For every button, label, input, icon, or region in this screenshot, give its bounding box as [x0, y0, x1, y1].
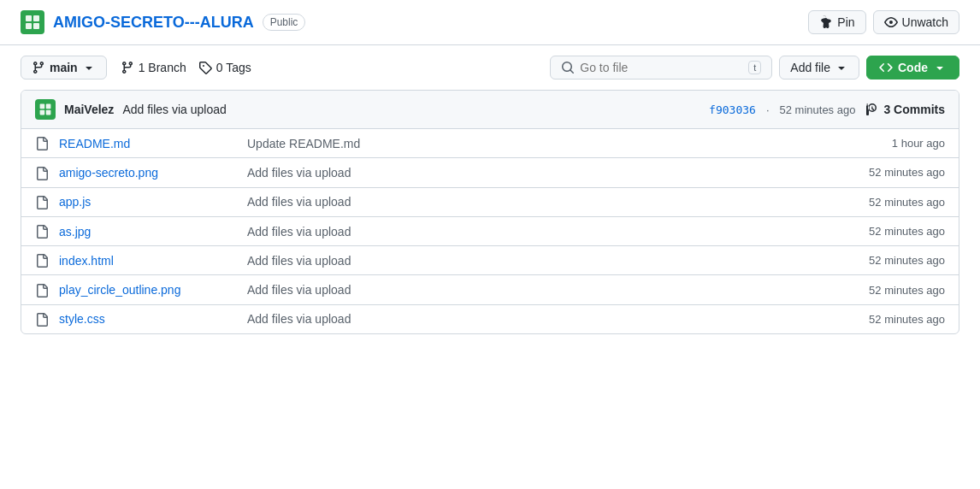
file-name[interactable]: as.jpg [59, 225, 247, 239]
file-time: 52 minutes ago [869, 254, 945, 267]
file-icon [35, 224, 52, 239]
file-commit-msg: Add files via upload [247, 166, 869, 180]
file-icon [35, 195, 52, 209]
file-icon [35, 312, 52, 327]
commits-link[interactable]: 3 Commits [865, 103, 945, 116]
tag-count-item[interactable]: 0 Tags [198, 61, 251, 74]
file-commit-msg: Add files via upload [247, 195, 869, 209]
file-name[interactable]: index.html [59, 254, 247, 268]
svg-rect-0 [26, 15, 32, 21]
file-commit-msg: Add files via upload [247, 254, 869, 268]
commit-author[interactable]: MaiVelez [64, 103, 114, 116]
file-icon [35, 253, 52, 268]
file-name[interactable]: play_circle_outline.png [59, 283, 247, 297]
file-name[interactable]: app.js [59, 195, 247, 209]
file-time: 1 hour ago [892, 137, 945, 150]
file-rows-container: README.md Update README.md 1 hour ago am… [21, 129, 959, 333]
unwatch-label: Unwatch [902, 15, 948, 29]
commit-bar-left: MaiVelez Add files via upload [35, 99, 227, 120]
file-commit-msg: Add files via upload [247, 283, 869, 297]
pin-icon [819, 15, 833, 29]
branch-name: main [50, 61, 78, 74]
table-row: play_circle_outline.png Add files via up… [21, 275, 959, 304]
commit-bar: MaiVelez Add files via upload f903036 · … [21, 91, 959, 129]
code-label: Code [898, 61, 928, 74]
commit-message: Add files via upload [122, 103, 226, 116]
header-actions: Pin Unwatch [808, 10, 959, 34]
branch-count-item[interactable]: 1 Branch [121, 61, 186, 74]
commit-avatar [35, 99, 56, 120]
chevron-down-icon [82, 61, 96, 74]
table-row: style.css Add files via upload 52 minute… [21, 305, 959, 333]
code-chevron-icon [933, 61, 947, 74]
visibility-badge: Public [263, 14, 306, 31]
search-input[interactable] [580, 61, 743, 74]
table-row: index.html Add files via upload 52 minut… [21, 246, 959, 275]
file-table: MaiVelez Add files via upload f903036 · … [21, 90, 959, 334]
toolbar-right: t Add file Code [550, 56, 959, 80]
search-box[interactable]: t [550, 56, 772, 80]
add-file-button[interactable]: Add file [779, 56, 859, 80]
search-icon [561, 61, 575, 74]
repo-title-section: AMIGO-SECRETO---ALURA Public [21, 10, 305, 34]
file-time: 52 minutes ago [869, 225, 945, 238]
file-name[interactable]: README.md [59, 137, 247, 150]
branch-selector[interactable]: main [21, 56, 107, 80]
file-time: 52 minutes ago [869, 284, 945, 297]
file-commit-msg: Update README.md [247, 137, 892, 150]
commit-bar-right: f903036 · 52 minutes ago 3 Commits [709, 103, 945, 116]
branch-meta: 1 Branch 0 Tags [121, 61, 251, 74]
file-commit-msg: Add files via upload [247, 312, 869, 326]
file-icon [35, 165, 52, 180]
svg-rect-4 [40, 104, 45, 109]
eye-icon [884, 15, 898, 29]
commit-hash[interactable]: f903036 [709, 103, 756, 116]
pin-label: Pin [837, 15, 854, 29]
svg-rect-6 [40, 110, 45, 115]
unwatch-button[interactable]: Unwatch [873, 10, 959, 34]
table-row: app.js Add files via upload 52 minutes a… [21, 188, 959, 217]
repo-avatar [21, 10, 44, 34]
commit-separator: · [766, 103, 770, 116]
code-icon [879, 61, 893, 74]
file-time: 52 minutes ago [869, 313, 945, 326]
toolbar-left: main 1 Branch 0 Tags [21, 56, 251, 80]
commits-count: 3 Commits [883, 103, 945, 116]
table-row: as.jpg Add files via upload 52 minutes a… [21, 217, 959, 246]
file-commit-msg: Add files via upload [247, 225, 869, 239]
branch-count: 1 Branch [139, 61, 186, 74]
branch-icon [32, 61, 45, 74]
svg-rect-7 [46, 110, 51, 115]
repo-header: AMIGO-SECRETO---ALURA Public Pin Unwatch [0, 0, 980, 45]
branch-count-icon [121, 61, 134, 74]
file-name[interactable]: amigo-secreto.png [59, 166, 247, 180]
code-button[interactable]: Code [866, 56, 959, 80]
pin-button[interactable]: Pin [808, 10, 865, 34]
file-name[interactable]: style.css [59, 312, 247, 326]
svg-rect-2 [26, 23, 32, 29]
repo-name[interactable]: AMIGO-SECRETO---ALURA [53, 14, 254, 32]
svg-rect-1 [33, 15, 39, 21]
file-icon [35, 136, 52, 150]
history-icon [865, 103, 879, 116]
file-time: 52 minutes ago [869, 196, 945, 209]
table-row: README.md Update README.md 1 hour ago [21, 129, 959, 158]
tag-icon [198, 61, 212, 74]
svg-rect-5 [46, 104, 51, 109]
file-time: 52 minutes ago [869, 166, 945, 179]
commit-time: 52 minutes ago [780, 103, 856, 116]
tag-count: 0 Tags [216, 61, 251, 74]
file-icon [35, 282, 52, 297]
add-file-label: Add file [790, 61, 830, 74]
svg-rect-3 [33, 23, 39, 29]
table-row: amigo-secreto.png Add files via upload 5… [21, 158, 959, 187]
repo-toolbar: main 1 Branch 0 Tags [0, 45, 980, 90]
add-file-chevron-icon [835, 61, 848, 74]
search-shortcut: t [748, 61, 761, 74]
